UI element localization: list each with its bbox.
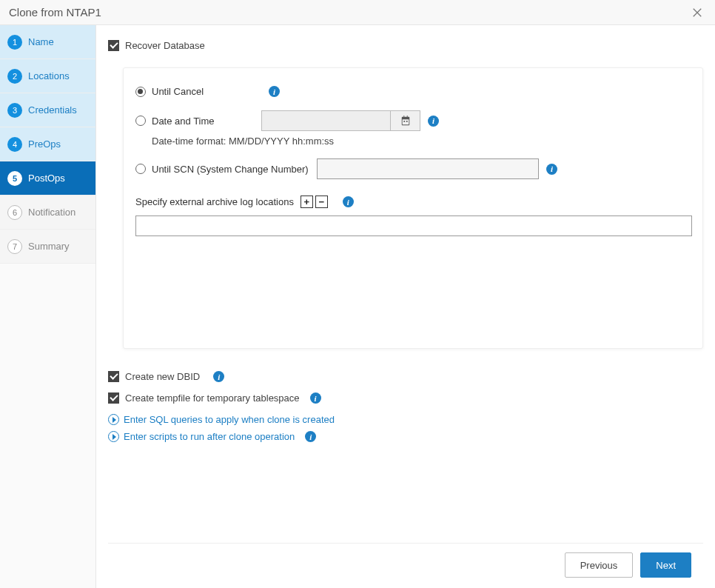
enter-scripts-link[interactable]: Enter scripts to run after clone operati… [108,431,703,442]
create-tempfile-label: Create tempfile for temporary tablespace [125,392,300,404]
step-label: PostOps [28,173,65,184]
step-number: 4 [7,137,22,152]
info-icon[interactable]: i [310,392,321,404]
caret-right-icon [108,414,119,425]
until-scn-radio[interactable] [135,164,146,174]
step-number: 1 [7,35,22,50]
recover-panel: Until Cancel i Date and Time [123,67,703,349]
step-number: 2 [7,69,22,84]
step-locations[interactable]: 2 Locations [0,59,95,93]
archive-location-input[interactable] [135,216,692,236]
create-dbid-label: Create new DBID [125,371,200,382]
recover-database-checkbox[interactable] [108,40,119,51]
info-icon[interactable]: i [305,431,316,442]
titlebar: Clone from NTAP1 [0,0,715,25]
calendar-icon[interactable] [391,110,420,131]
step-label: Name [28,36,54,47]
until-scn-label: Until SCN (System Change Number) [152,164,309,175]
next-button[interactable]: Next [640,552,691,578]
step-number: 6 [7,205,22,220]
until-cancel-radio[interactable] [135,87,146,97]
close-icon[interactable] [688,4,706,21]
info-icon[interactable]: i [213,371,224,382]
step-label: PreOps [28,138,61,150]
step-postops[interactable]: 5 PostOps [0,161,95,196]
info-icon[interactable]: i [546,164,557,175]
step-label: Notification [28,207,75,218]
date-time-input[interactable] [261,110,391,131]
recover-database-label: Recover Database [125,40,205,51]
previous-button[interactable]: Previous [565,552,634,578]
step-number: 7 [7,239,22,254]
step-label: Locations [28,70,70,81]
enter-scripts-label: Enter scripts to run after clone operati… [124,431,295,442]
wizard-sidebar: 1 Name 2 Locations 3 Credentials 4 PreOp… [0,25,96,588]
step-notification[interactable]: 6 Notification [0,196,95,230]
remove-archive-button[interactable]: − [315,196,328,208]
step-preops[interactable]: 4 PreOps [0,127,95,161]
step-number: 5 [7,171,22,186]
footer: Previous Next [108,543,703,588]
dialog-title: Clone from NTAP1 [9,6,688,19]
enter-sql-label: Enter SQL queries to apply when clone is… [124,414,335,425]
create-tempfile-checkbox[interactable] [108,392,119,404]
info-icon[interactable]: i [269,86,280,97]
step-credentials[interactable]: 3 Credentials [0,93,95,127]
step-name[interactable]: 1 Name [0,25,95,59]
info-icon[interactable]: i [428,116,439,127]
enter-sql-link[interactable]: Enter SQL queries to apply when clone is… [108,414,703,425]
date-time-radio[interactable] [135,116,146,126]
step-label: Summary [28,241,70,252]
step-number: 3 [7,103,22,118]
create-dbid-checkbox[interactable] [108,371,119,382]
caret-right-icon [108,431,119,442]
main-content: Recover Database Until Cancel i Date and… [96,25,715,588]
add-archive-button[interactable]: + [301,196,313,208]
archive-locations-label: Specify external archive log locations [135,196,294,207]
scn-input[interactable] [317,158,539,179]
date-format-helper: Date-time format: MM/DD/YYYY hh:mm:ss [152,136,691,147]
date-time-label: Date and Time [152,116,215,127]
info-icon[interactable]: i [343,196,354,207]
step-label: Credentials [28,104,77,116]
step-summary[interactable]: 7 Summary [0,230,95,264]
until-cancel-label: Until Cancel [152,86,204,97]
